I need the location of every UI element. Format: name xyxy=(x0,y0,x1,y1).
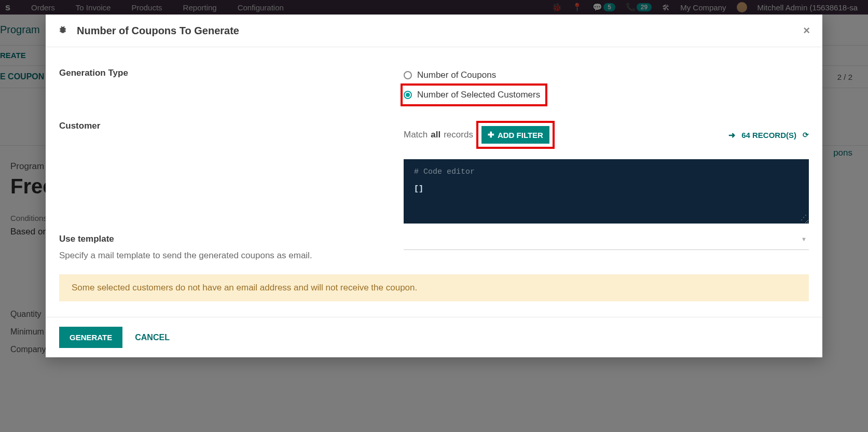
code-comment: # Code editor xyxy=(414,168,798,176)
generation-type-label: Generation Type xyxy=(59,68,128,78)
chevron-down-icon: ▼ xyxy=(801,236,807,242)
radio-label: Number of Coupons xyxy=(417,70,496,80)
code-body: [] xyxy=(414,185,798,193)
template-help-text: Specify a mail template to send the gene… xyxy=(59,250,404,261)
use-template-label: Use template xyxy=(59,234,114,244)
close-icon[interactable]: × xyxy=(803,24,810,37)
arrow-right-icon: ➜ xyxy=(728,130,735,140)
plus-icon: ✚ xyxy=(488,130,494,140)
radio-number-selected-customers[interactable]: Number of Selected Customers xyxy=(404,88,540,102)
modal-footer: GENERATE CANCEL xyxy=(46,317,822,357)
radio-number-of-coupons[interactable]: Number of Coupons xyxy=(404,68,809,82)
radio-label: Number of Selected Customers xyxy=(417,90,540,100)
match-records: records xyxy=(444,130,473,140)
customer-label: Customer xyxy=(59,121,100,131)
highlight-annotation: Number of Selected Customers xyxy=(401,83,547,106)
code-editor[interactable]: # Code editor [] ⋰ xyxy=(404,159,809,224)
template-select[interactable]: ▼ xyxy=(404,234,809,250)
records-count-link[interactable]: ➜ 64 RECORD(S) ⟳ xyxy=(728,130,809,140)
modal-title: Number of Coupons To Generate xyxy=(77,25,803,37)
highlight-annotation: ✚ ADD FILTER xyxy=(476,121,555,149)
resize-handle-icon[interactable]: ⋰ xyxy=(801,214,807,221)
cancel-button[interactable]: CANCEL xyxy=(135,333,170,342)
radio-icon-checked xyxy=(404,91,412,99)
modal-dialog: Number of Coupons To Generate × Generati… xyxy=(46,15,822,357)
warning-message: Some selected customers do not have an e… xyxy=(59,274,809,301)
refresh-icon[interactable]: ⟳ xyxy=(803,131,809,139)
generate-button[interactable]: GENERATE xyxy=(59,327,122,348)
modal-header: Number of Coupons To Generate × xyxy=(46,15,822,47)
radio-icon xyxy=(404,71,412,79)
match-text: Match xyxy=(404,130,428,140)
bug-icon[interactable] xyxy=(58,25,67,37)
add-filter-button[interactable]: ✚ ADD FILTER xyxy=(481,126,549,144)
match-all[interactable]: all xyxy=(431,130,440,140)
